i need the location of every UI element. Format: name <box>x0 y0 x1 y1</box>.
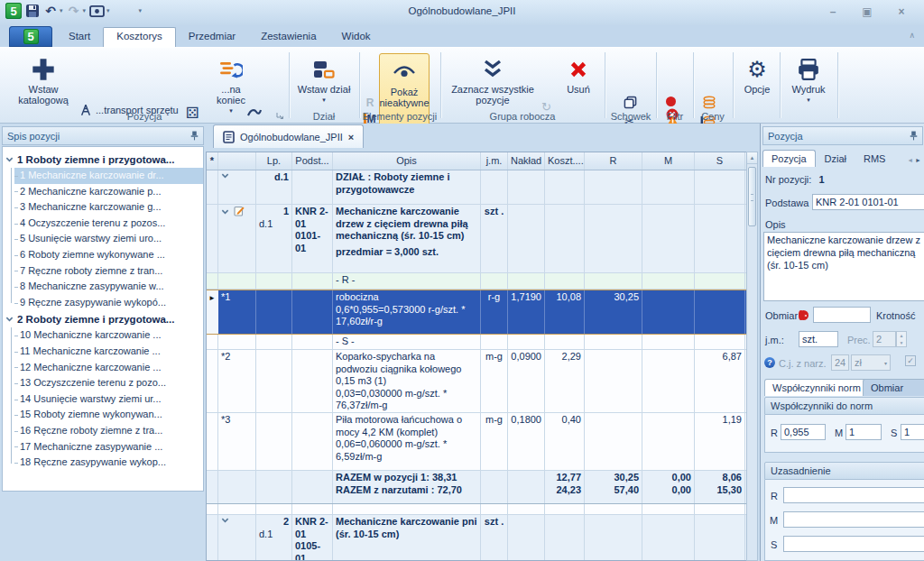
coins-icon[interactable] <box>702 96 716 109</box>
podstawa-cell: KNR 2-01 0101-01 <box>292 205 333 272</box>
opis-cell: Mechaniczne karczowanie pni (śr. 10-15 c… <box>333 515 481 561</box>
chevron-down-icon[interactable] <box>5 315 14 324</box>
m-norm-input[interactable] <box>845 424 882 440</box>
col-header-naklad[interactable]: Nakład <box>508 152 545 170</box>
col-header-lp[interactable]: Lp. <box>256 152 292 170</box>
s-cell: 6,87 <box>695 350 745 412</box>
tree-item[interactable]: 18 Ręczne zasypywanie wykop... <box>14 455 203 471</box>
scrollbar-thumb[interactable] <box>748 167 756 226</box>
r-norm-input[interactable] <box>781 424 826 440</box>
opis-textarea[interactable]: Mechaniczne karczowanie drzew z cięciem … <box>763 232 924 301</box>
dialog-launcher-icon[interactable] <box>276 112 283 119</box>
scroll-up-icon[interactable]: ▲ <box>747 152 757 164</box>
chevron-down-icon: ▾ <box>322 95 326 106</box>
tree-item[interactable]: 12 Mechaniczne karczowanie ... <box>14 360 203 376</box>
table-row-dzial[interactable]: d.1 DZIAŁ : Roboty ziemne i przygotowawc… <box>207 170 758 205</box>
panel-tab-scroll-icons[interactable]: ◄ ► <box>907 157 924 163</box>
table-row-rms-selected[interactable]: ► *1 robocizna0,6*0,955=0,573000 r-g/szt… <box>207 290 758 335</box>
tab-widok[interactable]: Widok <box>329 27 383 47</box>
tree-item[interactable]: 10 Mechaniczne karczowanie ... <box>14 327 203 344</box>
group-divider <box>359 52 360 118</box>
m-uzasadnienie-input[interactable] <box>783 511 924 528</box>
tree-item[interactable]: 17 Mechaniczne zasypywanie ... <box>14 439 203 455</box>
wydruk-button[interactable]: Wydruk ▾ <box>785 55 832 106</box>
tree-group[interactable]: 1 Roboty ziemne i przygotowa... <box>3 151 203 168</box>
zaznacz-wszystkie-button[interactable]: Zaznacz wszystkie pozycje <box>449 55 536 106</box>
chevron-down-icon[interactable] <box>221 171 230 180</box>
jm-input[interactable] <box>799 331 838 347</box>
tree-item[interactable]: 8 Mechaniczne zasypywanie w... <box>14 279 203 295</box>
tree-item[interactable]: 6 Roboty ziemne wykonywane ... <box>14 247 203 263</box>
table-row-position[interactable]: 2d.1 KNR 2-01 0105-01 Mechaniczne karczo… <box>207 515 758 561</box>
tab-obmiar[interactable]: Obmiar <box>863 379 924 396</box>
tree-item[interactable]: 14 Usunięcie warstwy ziemi ur... <box>14 391 203 408</box>
help-icon[interactable]: ? <box>764 357 775 368</box>
panel-tab-rms[interactable]: RMS <box>855 151 893 167</box>
panel-tab-dzial[interactable]: Dział <box>817 151 855 167</box>
s-norm-input[interactable] <box>901 424 924 440</box>
tree-cell[interactable] <box>218 170 256 204</box>
tree-item[interactable]: 3 Mechaniczne karczowanie g... <box>14 199 203 216</box>
col-header-koszt[interactable]: Koszt.... <box>545 152 585 170</box>
cj-checkbox: ✓ <box>905 355 916 366</box>
tab-wspolczynniki-norm[interactable]: Współczynniki norm <box>764 379 869 396</box>
tree-cell[interactable] <box>218 515 256 561</box>
tree-item[interactable]: 1 Mechaniczne karczowanie dr... <box>14 168 203 184</box>
tree-item[interactable]: 9 Ręczne zasypywanie wykopó... <box>14 295 203 311</box>
col-header-opis[interactable]: Opis <box>333 152 481 170</box>
podstawa-input[interactable] <box>812 194 924 210</box>
table-row-position[interactable]: 1d.1 KNR 2-01 0101-01 Mechaniczne karczo… <box>207 205 758 273</box>
pin-icon[interactable] <box>190 131 199 141</box>
chevron-down-icon[interactable] <box>221 516 230 525</box>
tree-item[interactable]: 5 Usunięcie warstwy ziemi uro... <box>14 231 203 247</box>
panel-title: Pozycja <box>768 131 803 142</box>
chevron-down-icon[interactable] <box>5 155 14 164</box>
table-scrollbar[interactable]: ▲ <box>746 152 758 561</box>
jm-cell: szt . <box>481 515 508 561</box>
opcje-button[interactable]: ⚙ Opcje <box>736 55 778 95</box>
close-tab-icon[interactable]: × <box>348 132 354 143</box>
tree-item[interactable]: 16 Ręczne roboty ziemne z tra... <box>14 423 203 439</box>
col-header-jm[interactable]: j.m. <box>481 152 508 170</box>
tab-zestawienia[interactable]: Zestawienia <box>248 27 328 47</box>
tree-item[interactable]: 15 Roboty ziemne wykonywan... <box>14 407 203 423</box>
tree-item[interactable]: 11 Mechaniczne karczowanie ... <box>14 344 203 360</box>
document-tab[interactable]: Ogólnobudowlane_JPII × <box>213 124 364 148</box>
col-header-m[interactable]: M <box>642 152 695 170</box>
table-row-rms[interactable]: *3 Piła motorowa łańcuchowa o mocy 4,2 K… <box>207 413 758 471</box>
minimize-button[interactable]: – <box>823 5 843 18</box>
usun-button[interactable]: Usuń <box>558 55 599 95</box>
col-header-s[interactable]: S <box>695 152 745 170</box>
col-header-tree[interactable] <box>218 152 256 170</box>
chevron-down-icon[interactable] <box>221 207 230 216</box>
close-button[interactable]: × <box>892 5 911 18</box>
tree-item[interactable]: 4 Oczyszczenie terenu z pozos... <box>14 216 203 232</box>
application-menu-button[interactable]: 5 <box>9 26 52 47</box>
tab-przedmiar[interactable]: Przedmiar <box>176 27 248 47</box>
wydruk-label: Wydruk <box>791 84 825 95</box>
pin-icon[interactable] <box>910 131 918 141</box>
tab-start[interactable]: Start <box>56 27 103 47</box>
col-header-r[interactable]: R <box>585 152 642 170</box>
panel-tab-pozycja[interactable]: Pozycja <box>762 150 816 167</box>
table-row-separator-r: - R - <box>207 273 758 290</box>
tab-kosztorys[interactable]: Kosztorys <box>103 27 176 47</box>
tree-group-label[interactable]: 1 Roboty ziemne i przygotowa... <box>17 154 174 165</box>
col-header-podstawa[interactable]: Podst... <box>292 152 333 170</box>
maximize-button[interactable]: ▣ <box>857 5 877 18</box>
r-uzasadnienie-input[interactable] <box>783 487 924 503</box>
tree-cell[interactable] <box>218 205 256 272</box>
copy-icon[interactable] <box>624 96 637 109</box>
tree-item[interactable]: 7 Ręczne roboty ziemne z tran... <box>14 263 203 280</box>
obmiar-input[interactable] <box>813 307 871 323</box>
col-header-gutter[interactable]: * <box>207 152 218 170</box>
tree-item[interactable]: 13 Oczyszczenie terenu z pozo... <box>14 375 203 391</box>
wstaw-katalogowa-button[interactable]: Wstaw katalogową <box>11 55 76 106</box>
wstaw-dzial-button[interactable]: Wstaw dział ▾ <box>296 55 352 106</box>
tree-group[interactable]: 2 Roboty ziemne i przygotowa... <box>3 310 203 327</box>
tree-item[interactable]: 2 Mechaniczne karczowanie p... <box>14 184 203 200</box>
collapse-ribbon-icon[interactable]: ∧ <box>909 31 915 40</box>
table-row-rms[interactable]: *2 Koparko-spycharka na podwoziu ciągnik… <box>207 350 758 413</box>
s-uzasadnienie-input[interactable] <box>783 536 924 552</box>
tree-group-label[interactable]: 2 Roboty ziemne i przygotowa... <box>17 314 174 325</box>
